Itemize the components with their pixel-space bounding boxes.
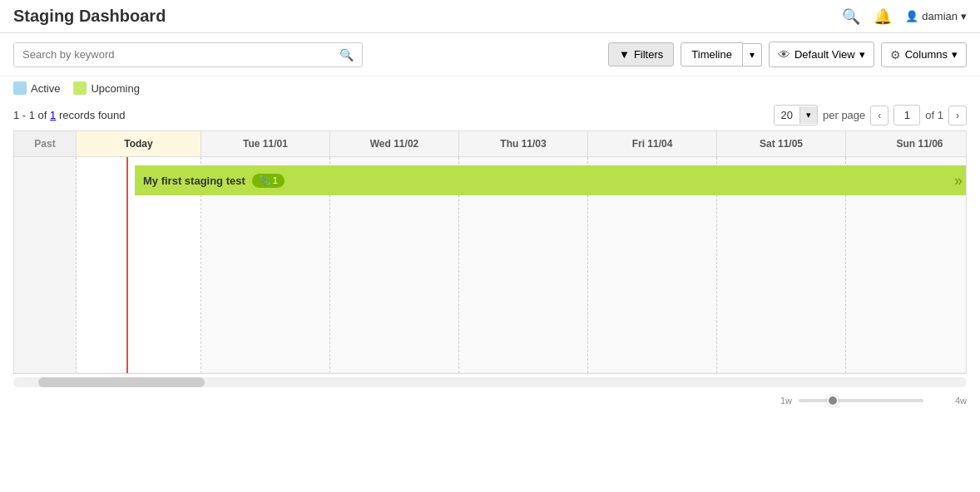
per-page-label: per page [823,109,865,121]
header: Staging Dashboard 🔍 🔔 👤 damian ▾ [0,0,980,33]
toolbar: 🔍 ▼ Filters Timeline ▾ 👁 Default View ▾ … [0,33,980,76]
search-icon[interactable]: 🔍 [842,7,860,26]
upcoming-label: Upcoming [91,82,140,95]
header-actions: 🔍 🔔 👤 damian ▾ [842,7,967,26]
col-header-sat: Sat 11/05 [717,131,846,156]
filter-icon: ▼ [619,48,630,61]
eye-icon: 👁 [778,47,790,61]
per-page-select: 20 ▾ [774,105,818,125]
page-title: Staging Dashboard [13,7,166,26]
event-bar-container: My first staging test 📎 1 [135,165,966,195]
search-input[interactable] [14,43,331,66]
timeline-header: Past Today Tue 11/01 Wed 11/02 Thu 11/03… [14,131,966,157]
timeline-caret-icon: ▾ [750,49,755,61]
records-link[interactable]: 1 [50,109,56,121]
zoom-slider[interactable] [799,399,923,402]
legend: Active Upcoming [0,76,980,100]
search-button[interactable]: 🔍 [331,43,362,66]
active-swatch [13,81,27,95]
col-header-sun: Sun 11/06 [846,131,967,156]
event-badge[interactable]: 📎 1 [252,174,285,188]
current-page: 1 [893,105,920,125]
toolbar-right: ▼ Filters Timeline ▾ 👁 Default View ▾ ⚙ … [608,42,967,67]
col-header-thu: Thu 11/03 [459,131,588,156]
results-bar: 1 - 1 of 1 records found 20 ▾ per page ‹… [0,100,980,130]
page-of-label: of 1 [925,109,943,121]
event-title: My first staging test [143,175,245,187]
scrollbar-thumb[interactable] [38,377,205,387]
col-header-past: Past [14,131,77,156]
active-label: Active [31,82,60,95]
pagination: 20 ▾ per page ‹ 1 of 1 › [774,105,967,125]
zoom-min-label: 1w [780,396,792,406]
timeline-scrollbar[interactable] [13,377,967,387]
search-btn-icon: 🔍 [339,48,354,61]
results-text: 1 - 1 of 1 records found [13,109,125,121]
paperclip-icon: 📎 [259,175,270,186]
timeline-cell-past [14,157,77,373]
default-view-label: Default View [794,48,855,61]
user-caret-icon: ▾ [961,10,967,22]
columns-button[interactable]: ⚙ Columns ▾ [881,42,967,67]
next-page-button[interactable]: › [948,106,967,125]
timeline-dropdown-button[interactable]: ▾ [743,43,762,66]
search-container: 🔍 [13,42,363,67]
user-icon: 👤 [905,10,918,22]
columns-label: Columns [905,48,948,61]
col-header-wed: Wed 11/02 [330,131,459,156]
user-menu[interactable]: 👤 damian ▾ [905,10,967,22]
legend-active: Active [13,81,60,95]
timeline-body: My first staging test 📎 1 [14,157,966,373]
gear-icon: ⚙ [890,48,901,61]
event-bar[interactable]: My first staging test 📎 1 [135,165,966,195]
zoom-area: 1w 4w [0,391,980,411]
col-header-tue: Tue 11/01 [201,131,330,156]
timeline-button[interactable]: Timeline [681,42,743,66]
today-line [126,157,128,373]
username-label: damian [922,10,958,22]
per-page-value: 20 [775,106,799,125]
legend-upcoming: Upcoming [73,81,140,95]
timeline-wrapper: Past Today Tue 11/01 Wed 11/02 Thu 11/03… [13,130,967,374]
filters-label: Filters [634,48,663,61]
default-view-caret-icon: ▾ [859,48,865,61]
prev-page-button[interactable]: ‹ [870,106,888,125]
zoom-max-label: 4w [955,396,967,406]
col-header-today: Today [77,131,201,156]
col-header-fri: Fri 11/04 [588,131,717,156]
upcoming-swatch [73,81,87,95]
filters-button[interactable]: ▼ Filters [608,42,674,66]
badge-count: 1 [273,175,278,185]
results-count-text: 1 - 1 of 1 records found [13,109,125,121]
timeline-button-group: Timeline ▾ [681,42,762,66]
default-view-button[interactable]: 👁 Default View ▾ [769,42,874,67]
zoom-slider-container [799,399,948,402]
bell-icon[interactable]: 🔔 [874,7,892,26]
timeline-label: Timeline [691,48,732,61]
per-page-dropdown-button[interactable]: ▾ [799,106,817,124]
columns-caret-icon: ▾ [952,48,958,61]
